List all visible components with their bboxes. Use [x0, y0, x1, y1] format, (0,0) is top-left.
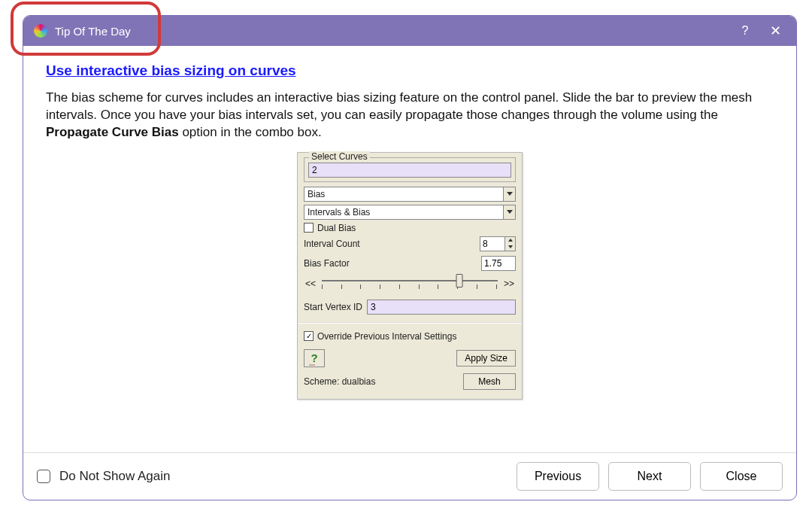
tip-body-text-1: The bias scheme for curves includes an i… — [46, 90, 752, 122]
intervals-select[interactable]: Intervals & Bias — [304, 205, 516, 220]
spinner-up-icon[interactable] — [505, 237, 515, 244]
override-row: ✓ Override Previous Interval Settings — [304, 331, 516, 342]
select-curves-label: Select Curves — [309, 151, 370, 162]
footer: Do Not Show Again Previous Next Close — [23, 452, 796, 500]
slider-thumb[interactable] — [456, 274, 462, 287]
start-vertex-input[interactable] — [367, 300, 516, 315]
interval-count-spinner[interactable] — [480, 236, 516, 251]
mesh-button[interactable]: Mesh — [463, 373, 516, 390]
close-button[interactable]: Close — [700, 462, 783, 491]
interval-count-row: Interval Count — [304, 236, 516, 251]
next-button[interactable]: Next — [608, 462, 691, 491]
chevron-down-icon — [503, 187, 515, 201]
tip-body-bold: Propagate Curve Bias — [46, 125, 179, 139]
spinner-down-icon[interactable] — [505, 244, 515, 251]
control-panel: Select Curves Bias Intervals & Bias Dual… — [297, 152, 523, 400]
previous-button[interactable]: Previous — [517, 462, 599, 491]
slider-decrease-button[interactable]: << — [304, 278, 317, 289]
bias-factor-input[interactable] — [481, 256, 516, 271]
bias-scheme-select[interactable]: Bias — [304, 187, 516, 202]
question-icon: ? — [311, 351, 317, 364]
dual-bias-row: Dual Bias — [304, 223, 516, 233]
override-label: Override Previous Interval Settings — [317, 331, 456, 342]
window-title: Tip Of The Day — [55, 25, 131, 38]
panel-divider — [298, 322, 522, 324]
titlebar-help-button[interactable]: ? — [730, 24, 760, 38]
intervals-value: Intervals & Bias — [308, 207, 370, 217]
do-not-show-label: Do Not Show Again — [59, 469, 170, 484]
do-not-show-checkbox[interactable] — [37, 470, 50, 483]
start-vertex-row: Start Vertex ID — [304, 300, 516, 315]
chevron-down-icon — [503, 205, 515, 219]
titlebar-close-button[interactable]: ✕ — [760, 23, 790, 39]
panel-wrap: Select Curves Bias Intervals & Bias Dual… — [46, 152, 774, 443]
apply-size-button[interactable]: Apply Size — [456, 350, 516, 367]
actions-row-1: ? Apply Size — [304, 349, 516, 367]
override-checkbox[interactable]: ✓ — [304, 331, 314, 341]
slider-increase-button[interactable]: >> — [502, 278, 516, 289]
bias-factor-label: Bias Factor — [304, 258, 350, 269]
interval-count-input[interactable] — [480, 236, 505, 251]
select-curves-input[interactable] — [308, 163, 511, 178]
interval-count-label: Interval Count — [304, 239, 360, 249]
tip-body-text-2: option in the combo box. — [179, 125, 322, 139]
panel-help-button[interactable]: ? — [304, 349, 325, 367]
titlebar: Tip Of The Day ? ✕ — [23, 16, 796, 46]
tip-title: Use interactive bias sizing on curves — [46, 62, 774, 79]
actions-row-2: Scheme: dualbias Mesh — [304, 373, 516, 390]
dual-bias-checkbox[interactable] — [304, 223, 314, 233]
dual-bias-label: Dual Bias — [317, 223, 356, 233]
app-icon — [34, 24, 47, 38]
scheme-label: Scheme: dualbias — [304, 376, 375, 387]
bias-slider[interactable] — [322, 274, 498, 294]
bias-factor-row: Bias Factor — [304, 256, 516, 271]
select-curves-fieldset: Select Curves — [304, 157, 516, 182]
tip-of-the-day-window: Tip Of The Day ? ✕ Use interactive bias … — [23, 15, 797, 500]
tip-body: The bias scheme for curves includes an i… — [46, 90, 774, 141]
bias-slider-row: << >> — [304, 274, 516, 294]
start-vertex-label: Start Vertex ID — [304, 302, 362, 312]
bias-scheme-value: Bias — [308, 189, 325, 199]
content-area: Use interactive bias sizing on curves Th… — [23, 46, 796, 452]
